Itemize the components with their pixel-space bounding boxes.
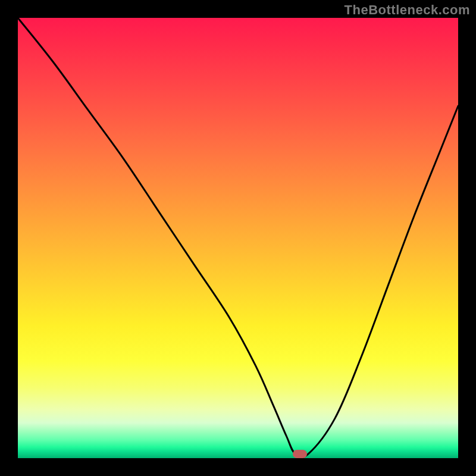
minimum-marker	[293, 450, 307, 458]
plot-area	[18, 18, 458, 458]
chart-frame: TheBottleneck.com	[0, 0, 476, 476]
curve-layer	[18, 18, 458, 458]
watermark-text: TheBottleneck.com	[345, 2, 470, 18]
bottleneck-curve	[18, 18, 458, 458]
